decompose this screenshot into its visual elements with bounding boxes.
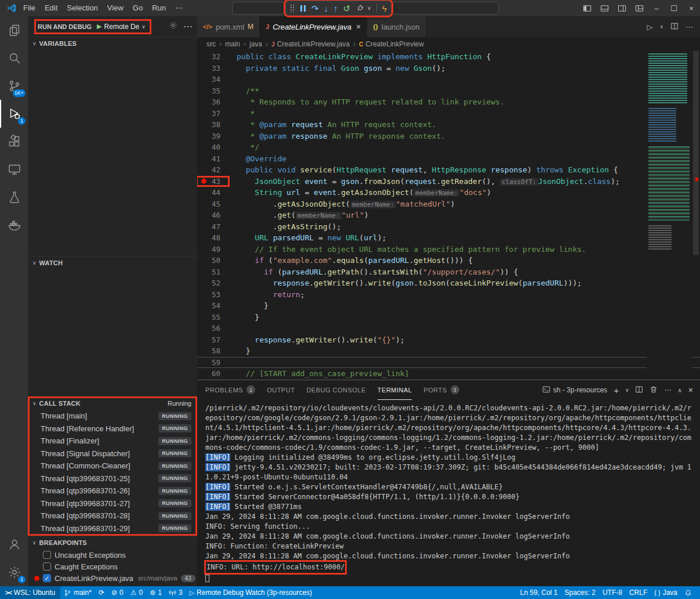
code-line[interactable]: 46 .get(memberName:"url") — [197, 210, 700, 221]
run-java-icon[interactable]: ▷ — [647, 23, 652, 31]
menu-selection[interactable]: Selection — [62, 0, 102, 16]
maximize-panel-icon[interactable]: ∧ — [677, 387, 681, 394]
git-branch[interactable]: main* — [60, 586, 95, 599]
line-gutter[interactable]: 42 — [197, 165, 229, 174]
activity-extensions[interactable] — [0, 128, 28, 156]
breakpoint-checkbox[interactable] — [43, 551, 51, 559]
new-terminal-icon[interactable]: + — [614, 385, 619, 395]
layout-sidebar-right-icon[interactable] — [613, 0, 630, 16]
breakpoints-header[interactable]: ∨ BREAKPOINTS — [28, 536, 197, 549]
code-line[interactable]: 39 * @param response An HTTP response co… — [197, 131, 700, 142]
code-line[interactable]: 48 URL parsedURL = new URL(url); — [197, 232, 700, 244]
code-line[interactable]: 52 response.getWriter().write(gson.toJso… — [197, 277, 700, 289]
code-line[interactable]: 36 * Responds to any HTTP request relate… — [197, 96, 700, 108]
line-gutter[interactable]: 44 — [197, 188, 229, 197]
line-gutter[interactable]: 38 — [197, 120, 229, 129]
activity-docker[interactable] — [0, 211, 28, 239]
line-gutter[interactable]: 60 — [197, 369, 229, 378]
language-mode[interactable]: { }Java — [651, 586, 681, 599]
errors[interactable]: ⊘0 — [108, 586, 127, 599]
code-line[interactable]: 34 — [197, 74, 700, 85]
minimize-button[interactable]: – — [648, 0, 665, 16]
call-stack-thread-row[interactable]: Thread [Signal Dispatcher]RUNNING — [28, 448, 197, 460]
menu-view[interactable]: View — [103, 0, 128, 16]
code-line[interactable]: 50 if ("example.com".equals(parsedURL.ge… — [197, 255, 700, 266]
tab-launch-json[interactable]: {}launch.json — [367, 16, 426, 37]
step-over-icon[interactable]: ↷ — [311, 4, 319, 13]
line-gutter[interactable]: 54 — [197, 301, 229, 310]
breakpoint-row[interactable]: Uncaught Exceptions — [28, 549, 197, 561]
eol[interactable]: CRLF — [626, 586, 651, 599]
line-gutter[interactable]: 53 — [197, 290, 229, 299]
close-button[interactable]: × — [683, 0, 700, 16]
terminal-title[interactable]: sh - 3p-resources — [553, 386, 607, 394]
restart-icon[interactable]: ↺ — [343, 4, 351, 13]
drag-handle[interactable] — [290, 4, 294, 12]
code-line[interactable]: 58 } — [197, 345, 700, 357]
activity-search[interactable] — [0, 44, 28, 72]
line-gutter[interactable]: 32 — [197, 52, 229, 61]
panel-tab-problems[interactable]: PROBLEMS1 — [205, 380, 255, 400]
breakpoint-checkbox[interactable] — [43, 562, 51, 571]
more-actions-icon[interactable]: ⋯ — [664, 386, 671, 394]
code-line[interactable]: 57 response.getWriter().write("{}"); — [197, 334, 700, 346]
activity-accounts[interactable] — [0, 531, 28, 558]
code-line[interactable]: 56 — [197, 323, 700, 334]
split-terminal-icon[interactable] — [635, 385, 643, 395]
scrollbar-thumb[interactable] — [693, 51, 699, 255]
call-stack-thread-row[interactable]: Thread [Reference Handler]RUNNING — [28, 423, 197, 435]
debug-session[interactable]: ▷Remote Debug Watch (3p-resources) — [186, 586, 315, 599]
line-gutter[interactable]: 34 — [197, 75, 229, 84]
line-gutter[interactable]: 55 — [197, 313, 229, 322]
code-line[interactable]: 37 * — [197, 108, 700, 120]
code-line[interactable]: 41 @Override — [197, 153, 700, 165]
debug-config-label[interactable]: Remote De — [104, 23, 140, 31]
line-gutter[interactable]: 41 — [197, 154, 229, 163]
info-count[interactable]: ⊚1 — [146, 586, 165, 599]
call-stack-thread-row[interactable]: Thread [main]RUNNING — [28, 410, 197, 423]
breakpoint-row[interactable]: Caught Exceptions — [28, 561, 197, 572]
call-stack-thread-row[interactable]: Thread [Common-Cleaner]RUNNING — [28, 460, 197, 472]
code-line[interactable]: 32public class CreateLinkPreview impleme… — [197, 51, 700, 63]
code-line[interactable]: 43 JsonObject event = gson.fromJson(requ… — [197, 176, 700, 187]
call-stack-thread-row[interactable]: Thread [qtp399683701-25]RUNNING — [28, 472, 197, 485]
layout-panel-icon[interactable] — [596, 0, 613, 16]
indentation[interactable]: Spaces: 2 — [561, 586, 599, 599]
more-actions-icon[interactable]: ⋯ — [686, 23, 693, 31]
code-line[interactable]: 42 public void service(HttpRequest reque… — [197, 164, 700, 176]
notifications[interactable] — [681, 586, 695, 599]
menu-edit[interactable]: Edit — [40, 0, 62, 16]
panel-tab-output[interactable]: OUTPUT — [267, 380, 295, 400]
code-line[interactable]: 49 // If the event object URL matches a … — [197, 244, 700, 255]
code-line[interactable]: 55 } — [197, 312, 700, 323]
line-gutter[interactable]: 56 — [197, 324, 229, 333]
code-line[interactable]: 40 */ — [197, 142, 700, 153]
activity-run-and-debug[interactable]: 1 — [0, 100, 28, 128]
breakpoint-checkbox[interactable]: ✓ — [43, 574, 51, 582]
layout-customize-icon[interactable] — [630, 0, 648, 16]
minimap[interactable] — [647, 51, 692, 380]
line-gutter[interactable]: 52 — [197, 279, 229, 287]
debug-config-selector[interactable]: ▶ Remote De ∨ — [97, 23, 146, 31]
pause-icon[interactable] — [299, 5, 306, 12]
line-gutter[interactable]: 57 — [197, 335, 229, 344]
chevron-down-icon[interactable]: ∨ — [625, 387, 629, 393]
line-gutter[interactable]: 37 — [197, 109, 229, 118]
tab-createlinkpreview-java[interactable]: JCreateLinkPreview.java× — [260, 16, 367, 37]
breadcrumb-item[interactable]: java — [249, 40, 262, 48]
call-stack-thread-row[interactable]: Thread [qtp399683701-28]RUNNING — [28, 510, 197, 522]
call-stack-thread-row[interactable]: Thread [qtp399683701-26]RUNNING — [28, 485, 197, 497]
chevron-down-icon[interactable]: ∨ — [142, 24, 146, 30]
close-tab-icon[interactable]: × — [356, 22, 361, 31]
line-gutter[interactable]: 59 — [197, 358, 229, 367]
code-line[interactable]: 44 String url = event.getAsJsonObject(me… — [197, 187, 700, 199]
call-stack-header[interactable]: ∨ CALL STACK Running — [28, 397, 197, 410]
line-gutter[interactable]: 49 — [197, 245, 229, 254]
code-line[interactable]: 33 private static final Gson gson = new … — [197, 63, 700, 74]
encoding[interactable]: UTF-8 — [599, 586, 626, 599]
line-gutter[interactable]: 50 — [197, 256, 229, 265]
menu-run[interactable]: Run — [147, 0, 171, 16]
line-gutter[interactable]: 33 — [197, 64, 229, 73]
activity-remote-explorer[interactable] — [0, 156, 28, 183]
breadcrumb-item[interactable]: JCreateLinkPreview.java — [271, 40, 350, 48]
